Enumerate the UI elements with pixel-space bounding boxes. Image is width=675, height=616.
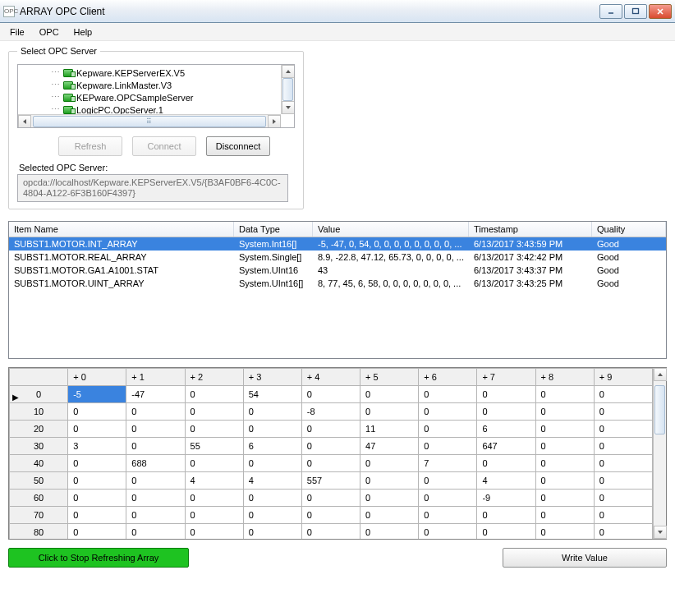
array-cell[interactable]: 0 [126,403,185,421]
array-cell[interactable]: 0 [126,507,185,524]
array-row-header[interactable]: 70 [10,507,68,524]
array-cell[interactable]: 0 [419,403,477,421]
array-cell[interactable]: 0 [185,507,243,524]
array-cell[interactable]: 0 [243,403,301,421]
array-cell[interactable]: 0 [594,455,652,472]
array-cell[interactable]: 0 [360,403,419,421]
col-header-type[interactable]: Data Type [234,222,313,237]
array-cell[interactable]: 0 [68,455,126,472]
item-list-row[interactable]: SUBST1.MOTOR.UINT_ARRAYSystem.UInt16[]8,… [9,277,666,290]
menu-file[interactable]: File [10,27,25,37]
array-cell[interactable]: 0 [419,507,477,524]
array-cell[interactable]: 0 [185,386,243,403]
array-cell[interactable]: 54 [243,386,301,403]
array-cell[interactable]: 0 [594,421,652,438]
array-cell[interactable]: -9 [477,490,535,507]
array-cell[interactable]: 0 [594,403,652,421]
item-list-row[interactable]: SUBST1.MOTOR.REAL_ARRAYSystem.Single[]8.… [9,251,666,264]
array-cell[interactable]: 0 [301,455,360,472]
array-cell[interactable]: 6 [477,421,535,438]
array-cell[interactable]: 0 [68,421,126,438]
close-button[interactable] [649,4,672,19]
refresh-button[interactable]: Refresh [58,136,122,156]
array-cell[interactable]: 688 [126,455,185,472]
array-cell[interactable]: 0 [360,386,419,403]
array-cell[interactable]: -8 [301,403,360,421]
server-tree-item[interactable]: ⋯KEPware.OPCSampleServer [26,91,292,103]
array-cell[interactable]: 0 [301,421,360,438]
array-cell[interactable]: 0 [477,524,535,540]
connect-button[interactable]: Connect [132,136,196,156]
array-cell[interactable]: 0 [301,386,360,403]
scroll-down-icon[interactable] [654,526,667,539]
array-cell[interactable]: 0 [535,421,594,438]
scroll-down-icon[interactable] [282,101,295,114]
server-tree[interactable]: ⋯Kepware.KEPServerEX.V5⋯Kepware.LinkMast… [17,64,295,128]
scroll-left-icon[interactable] [18,115,31,128]
array-cell[interactable]: 0 [68,490,126,507]
toggle-refresh-button[interactable]: Click to Stop Refreshing Array [8,548,189,568]
disconnect-button[interactable]: Disconnect [206,136,270,156]
array-cell[interactable]: 0 [360,524,419,540]
minimize-button[interactable] [599,4,622,19]
array-cell[interactable]: 0 [243,524,301,540]
array-cell[interactable]: 0 [243,507,301,524]
array-cell[interactable]: 0 [126,490,185,507]
array-cell[interactable]: 3 [68,438,126,455]
tree-hscrollbar[interactable]: ⠿ [18,114,281,127]
array-cell[interactable]: 0 [594,438,652,455]
array-cell[interactable]: 0 [594,524,652,540]
array-col-header[interactable]: + 8 [535,369,594,386]
col-header-timestamp[interactable]: Timestamp [469,222,592,237]
array-cell[interactable]: 0 [68,403,126,421]
item-list[interactable]: Item Name Data Type Value Timestamp Qual… [8,221,667,359]
array-cell[interactable]: 0 [419,472,477,490]
array-col-header[interactable]: + 3 [243,369,301,386]
array-cell[interactable]: 0 [243,455,301,472]
server-tree-item[interactable]: ⋯Kepware.LinkMaster.V3 [26,79,292,91]
array-cell[interactable]: 4 [185,472,243,490]
scroll-thumb[interactable] [282,78,293,101]
array-cell[interactable]: 0 [68,507,126,524]
array-cell[interactable]: 0 [360,507,419,524]
array-grid[interactable]: ▶ + 0+ 1+ 2+ 3+ 4+ 5+ 6+ 7+ 8+ 9 0-5-470… [8,367,667,540]
menu-help[interactable]: Help [74,27,93,37]
array-row-header[interactable]: 10 [10,403,68,421]
array-cell[interactable]: 0 [419,438,477,455]
array-col-header[interactable]: + 2 [185,369,243,386]
array-col-header[interactable]: + 4 [301,369,360,386]
col-header-name[interactable]: Item Name [9,222,234,237]
array-cell[interactable]: 0 [360,490,419,507]
array-cell[interactable]: 7 [419,455,477,472]
array-cell[interactable]: 55 [185,438,243,455]
menu-opc[interactable]: OPC [39,27,59,37]
array-cell[interactable]: 0 [535,438,594,455]
hscroll-thumb[interactable]: ⠿ [33,116,266,127]
array-cell[interactable]: 0 [535,455,594,472]
array-col-header[interactable]: + 5 [360,369,419,386]
array-cell[interactable]: 0 [477,386,535,403]
array-cell[interactable]: 0 [535,490,594,507]
array-cell[interactable]: 4 [477,472,535,490]
scroll-up-icon[interactable] [654,368,667,381]
array-vscrollbar[interactable] [653,368,666,539]
array-row-header[interactable]: 30 [10,438,68,455]
array-cell[interactable]: 0 [185,490,243,507]
server-tree-item[interactable]: ⋯Kepware.KEPServerEX.V5 [26,67,292,79]
write-value-button[interactable]: Write Value [503,548,667,568]
array-cell[interactable]: 0 [477,403,535,421]
item-list-row[interactable]: SUBST1.MOTOR.INT_ARRAYSystem.Int16[]-5, … [9,237,666,251]
array-cell[interactable]: 4 [243,472,301,490]
array-cell[interactable]: 0 [477,507,535,524]
scroll-thumb[interactable] [654,385,665,434]
array-cell[interactable]: 647 [477,438,535,455]
scroll-up-icon[interactable] [282,65,295,78]
array-cell[interactable]: 557 [301,472,360,490]
array-cell[interactable]: 0 [477,455,535,472]
array-cell[interactable]: 0 [594,490,652,507]
array-cell[interactable]: 0 [419,524,477,540]
array-row-header[interactable]: 20 [10,421,68,438]
array-cell[interactable]: -47 [126,386,185,403]
array-cell[interactable]: 0 [535,472,594,490]
array-cell[interactable]: 0 [594,472,652,490]
